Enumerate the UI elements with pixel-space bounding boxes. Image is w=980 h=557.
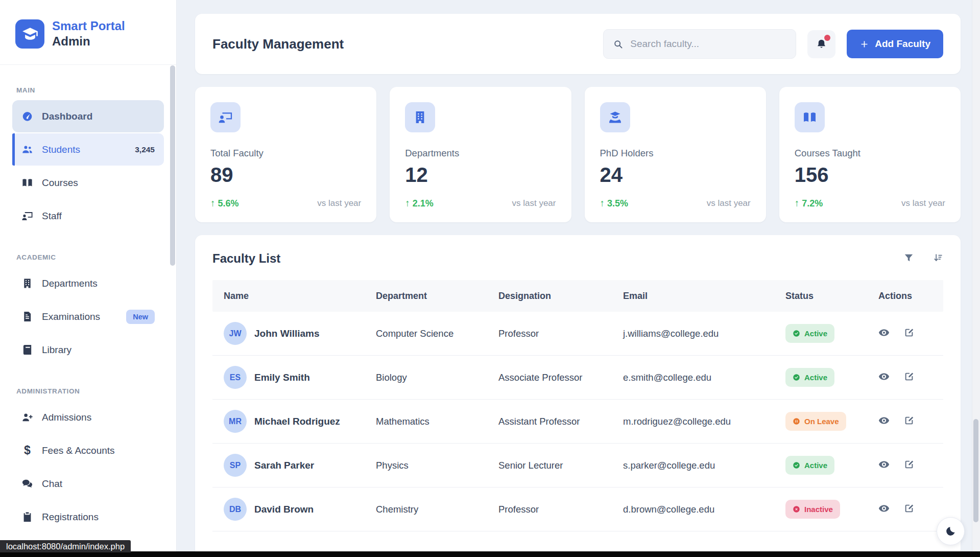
sidebar-item-admissions[interactable]: Admissions [12, 401, 164, 433]
building-icon [413, 110, 427, 125]
building-icon [21, 277, 33, 289]
check-circle-icon [793, 330, 800, 337]
stat-note: vs last year [317, 198, 361, 208]
trend-up-icon: ↑ [600, 198, 605, 209]
sidebar-item-fees-accounts[interactable]: $ Fees & Accounts [12, 434, 164, 467]
section-label-main: MAIN [16, 86, 160, 94]
stat-value: 89 [210, 164, 361, 187]
table-row: SP Sarah Parker Physics Senior Lecturer … [212, 444, 943, 488]
section-label-academic: ACADEMIC [16, 253, 160, 261]
sidebar-item-dashboard[interactable]: Dashboard [12, 100, 164, 132]
brand-name: Smart Portal [52, 18, 125, 34]
search-input[interactable] [630, 38, 786, 50]
students-count-badge: 3,245 [135, 145, 155, 154]
x-circle-icon [793, 505, 800, 513]
view-button[interactable] [878, 415, 890, 428]
add-faculty-label: Add Faculty [875, 38, 930, 50]
faculty-name: John Williams [254, 328, 320, 339]
avatar: MR [224, 410, 247, 433]
faculty-email: d.brown@college.edu [623, 504, 785, 515]
stat-value: 12 [405, 164, 556, 187]
book-icon [21, 344, 33, 356]
faculty-department: Biology [376, 372, 498, 383]
sidebar-item-departments[interactable]: Departments [12, 267, 164, 299]
edit-icon [903, 503, 915, 514]
sidebar-item-chat[interactable]: Chat [12, 468, 164, 500]
sidebar-scrollbar-thumb[interactable] [170, 65, 175, 266]
check-circle-icon [793, 374, 800, 381]
edit-button[interactable] [903, 371, 915, 384]
book-open-icon [21, 177, 33, 189]
faculty-designation: Senior Lecturer [498, 460, 623, 471]
faculty-list-title: Faculty List [212, 251, 280, 266]
view-button[interactable] [878, 459, 890, 472]
search-box [603, 29, 796, 59]
trend-up-icon: ↑ [210, 198, 216, 209]
column-header-status: Status [785, 291, 878, 301]
filter-button[interactable] [903, 252, 914, 265]
sidebar-item-label: Library [42, 344, 71, 356]
column-header-name: Name [224, 291, 376, 301]
faculty-name: David Brown [254, 504, 314, 515]
window-scrollbar-thumb[interactable] [973, 419, 978, 522]
stat-card-total-faculty: Total Faculty 89 ↑5.6% vs last year [195, 87, 376, 222]
faculty-designation: Professor [498, 504, 623, 515]
chalkboard-teacher-icon [21, 210, 33, 222]
view-button[interactable] [878, 327, 890, 340]
sidebar-divider [0, 64, 176, 65]
trend-up: ↑3.5% [600, 198, 629, 209]
window-scrollbar-track [972, 0, 980, 557]
stat-label: PhD Holders [600, 148, 751, 159]
faculty-name: Michael Rodriguez [254, 416, 340, 427]
user-graduate-icon [608, 110, 623, 125]
sidebar-item-library[interactable]: Library [12, 334, 164, 366]
eye-icon [878, 371, 890, 382]
book-open-icon [802, 110, 817, 125]
sidebar-item-staff[interactable]: Staff [12, 200, 164, 232]
edit-button[interactable] [903, 503, 915, 516]
sidebar-item-label: Examinations [42, 311, 100, 322]
eye-icon [878, 503, 890, 514]
faculty-designation: Assistant Professor [498, 416, 623, 427]
notification-dot [824, 35, 830, 41]
faculty-name: Emily Smith [254, 372, 310, 383]
view-button[interactable] [878, 503, 890, 516]
status-badge: Active [785, 324, 834, 343]
stat-note: vs last year [512, 198, 556, 208]
new-badge: New [126, 310, 155, 324]
sort-button[interactable] [933, 252, 943, 265]
status-badge: Active [785, 368, 834, 387]
faculty-designation: Associate Professor [498, 372, 623, 383]
edit-icon [903, 415, 915, 426]
status-badge: Active [785, 456, 834, 475]
sidebar: Smart Portal Admin MAIN Dashboard Studen… [0, 0, 177, 557]
edit-button[interactable] [903, 459, 915, 472]
sidebar-item-courses[interactable]: Courses [12, 167, 164, 199]
faculty-department: Computer Science [376, 328, 498, 339]
sidebar-item-registrations[interactable]: Registrations [12, 501, 164, 533]
edit-button[interactable] [903, 327, 915, 340]
faculty-designation: Professor [498, 328, 623, 339]
avatar: JW [224, 322, 247, 345]
stat-card-courses-taught: Courses Taught 156 ↑7.2% vs last year [779, 87, 961, 222]
sidebar-item-students[interactable]: Students 3,245 [12, 133, 164, 166]
faculty-email: m.rodriguez@college.edu [623, 416, 785, 427]
sidebar-item-examinations[interactable]: Examinations New [12, 300, 164, 333]
trend-up: ↑7.2% [795, 198, 823, 209]
dark-mode-toggle[interactable] [937, 517, 965, 545]
notifications-button[interactable] [807, 30, 835, 58]
section-label-administration: ADMINISTRATION [16, 387, 160, 395]
pause-circle-icon [793, 417, 800, 425]
edit-button[interactable] [903, 415, 915, 428]
sidebar-item-label: Chat [42, 478, 62, 490]
column-header-designation: Designation [498, 291, 623, 301]
view-button[interactable] [878, 371, 890, 384]
table-row: JW John Williams Computer Science Profes… [212, 312, 943, 356]
status-badge: On Leave [785, 412, 846, 431]
add-faculty-button[interactable]: Add Faculty [847, 30, 943, 58]
stat-label: Departments [405, 148, 556, 159]
users-icon [21, 144, 33, 155]
faculty-list-card: Faculty List Name Department Designation… [195, 235, 961, 557]
sidebar-item-label: Admissions [42, 412, 91, 423]
filter-icon [903, 252, 914, 263]
